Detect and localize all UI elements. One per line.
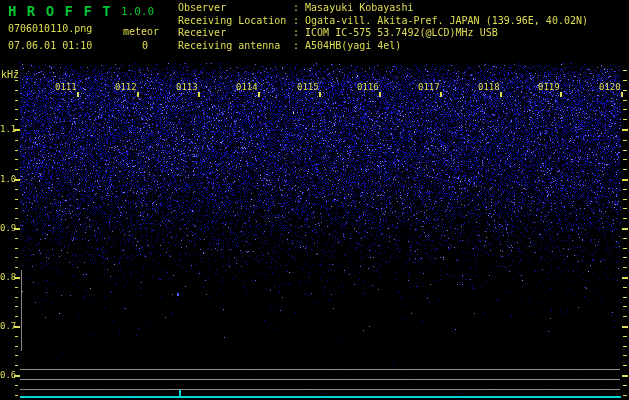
level-gridline xyxy=(20,379,620,380)
freq-minor-tick xyxy=(15,159,18,160)
freq-unit-label: kHz xyxy=(1,69,19,80)
time-tick xyxy=(319,92,321,97)
right-major-tick xyxy=(622,179,628,181)
freq-minor-tick xyxy=(15,150,18,151)
freq-minor-tick xyxy=(15,257,18,258)
freq-minor-tick xyxy=(15,336,18,337)
time-label: 0115 xyxy=(297,82,319,92)
right-minor-tick xyxy=(623,119,627,120)
time-tick xyxy=(560,92,562,97)
right-major-tick xyxy=(622,277,628,279)
freq-minor-tick xyxy=(15,80,18,81)
right-minor-tick xyxy=(623,346,627,347)
time-label: 0114 xyxy=(236,82,258,92)
freq-minor-tick xyxy=(15,100,18,101)
station-info-separator: : xyxy=(293,27,305,38)
time-label: 0117 xyxy=(418,82,440,92)
station-info-row: Receiving antenna: A504HB(yagi 4el) xyxy=(178,40,588,53)
freq-minor-tick xyxy=(15,306,18,307)
freq-minor-tick xyxy=(15,140,18,141)
freq-minor-tick xyxy=(15,365,18,366)
right-minor-tick xyxy=(623,208,627,209)
time-label: 0120 xyxy=(599,82,621,92)
time-label: 0116 xyxy=(357,82,379,92)
right-minor-tick xyxy=(623,257,627,258)
freq-minor-tick xyxy=(15,297,18,298)
signal-trace-spike xyxy=(179,390,181,398)
station-info: Observer: Masayuki KobayashiReceiving Lo… xyxy=(178,2,588,53)
right-major-tick xyxy=(622,326,628,328)
time-tick xyxy=(621,92,623,97)
right-minor-tick xyxy=(623,90,627,91)
right-minor-tick xyxy=(623,218,627,219)
right-minor-tick xyxy=(623,140,627,141)
freq-minor-tick xyxy=(15,169,18,170)
right-minor-tick xyxy=(623,199,627,200)
level-gridline xyxy=(20,389,620,390)
right-major-tick xyxy=(622,129,628,131)
station-info-value: A504HB(yagi 4el) xyxy=(305,40,401,51)
freq-minor-tick xyxy=(15,355,18,356)
time-tick xyxy=(198,92,200,97)
station-info-row: Receiving Location: Ogata-vill. Akita-Pr… xyxy=(178,15,588,28)
freq-minor-tick xyxy=(15,109,18,110)
right-major-tick xyxy=(622,375,628,377)
app-title: H R O F F T xyxy=(8,3,112,19)
freq-minor-tick xyxy=(15,346,18,347)
freq-label: 0.7 xyxy=(0,321,14,331)
right-minor-tick xyxy=(623,355,627,356)
right-minor-tick xyxy=(623,306,627,307)
freq-label: 1.0 xyxy=(0,174,14,184)
freq-label: 0.6 xyxy=(0,370,14,380)
right-minor-tick xyxy=(623,109,627,110)
station-info-separator: : xyxy=(293,40,305,51)
freq-label: 0.8 xyxy=(0,272,14,282)
time-label: 0118 xyxy=(478,82,500,92)
time-tick xyxy=(379,92,381,97)
level-gridline xyxy=(20,369,620,370)
station-info-value: ICOM IC-575 53.7492(@LCD)MHz USB xyxy=(305,27,498,38)
right-minor-tick xyxy=(623,395,627,396)
right-minor-tick xyxy=(623,159,627,160)
echo-count: 0 xyxy=(142,40,148,51)
time-tick xyxy=(258,92,260,97)
level-scale-line xyxy=(21,270,22,351)
time-tick xyxy=(500,92,502,97)
freq-minor-tick xyxy=(15,316,18,317)
freq-minor-tick xyxy=(15,395,18,396)
time-label: 0111 xyxy=(55,82,77,92)
right-minor-tick xyxy=(623,169,627,170)
datetime-label: 07.06.01 01:10 xyxy=(8,40,92,51)
right-minor-tick xyxy=(623,287,627,288)
hrofft-screen: H R O F F T 1.0.0 0706010110.png meteor … xyxy=(0,0,629,400)
freq-minor-tick xyxy=(15,267,18,268)
right-minor-tick xyxy=(623,297,627,298)
freq-label: 0.9 xyxy=(0,223,14,233)
right-minor-tick xyxy=(623,150,627,151)
right-minor-tick xyxy=(623,267,627,268)
freq-minor-tick xyxy=(15,189,18,190)
right-minor-tick xyxy=(623,70,627,71)
freq-minor-tick xyxy=(15,90,18,91)
freq-minor-tick xyxy=(15,238,18,239)
time-tick xyxy=(77,92,79,97)
time-tick xyxy=(440,92,442,97)
right-minor-tick xyxy=(623,238,627,239)
station-info-value: Masayuki Kobayashi xyxy=(305,2,413,13)
right-major-tick xyxy=(622,228,628,230)
time-label: 0112 xyxy=(115,82,137,92)
station-info-value: Ogata-vill. Akita-Pref. JAPAN (139.96E, … xyxy=(305,15,588,26)
time-label: 0119 xyxy=(538,82,560,92)
app-version: 1.0.0 xyxy=(121,5,154,18)
right-minor-tick xyxy=(623,80,627,81)
right-minor-tick xyxy=(623,189,627,190)
station-info-separator: : xyxy=(293,15,305,26)
right-minor-tick xyxy=(623,365,627,366)
freq-minor-tick xyxy=(15,208,18,209)
freq-minor-tick xyxy=(15,248,18,249)
right-minor-tick xyxy=(623,385,627,386)
freq-minor-tick xyxy=(15,287,18,288)
right-minor-tick xyxy=(623,316,627,317)
time-tick xyxy=(137,92,139,97)
right-minor-tick xyxy=(623,248,627,249)
